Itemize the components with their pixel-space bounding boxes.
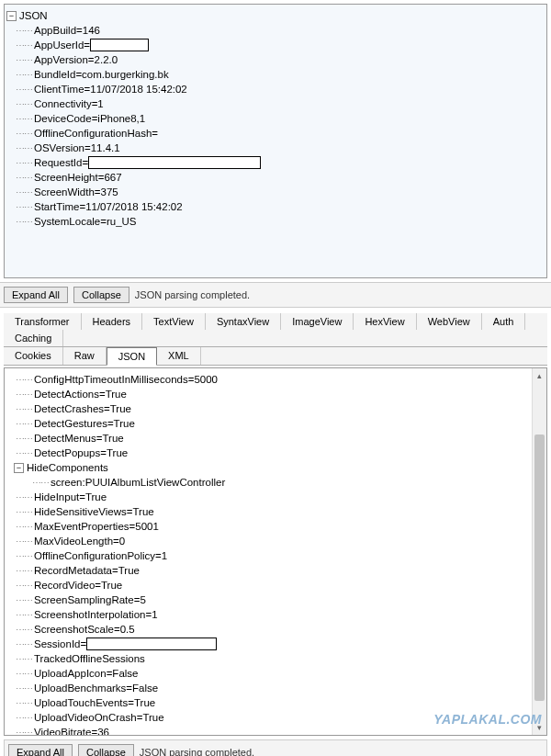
tab-auth[interactable]: Auth xyxy=(482,313,526,330)
tree-kv: DeviceCode=iPhone8,1 xyxy=(34,113,145,124)
tree-connector: ⋯⋯ xyxy=(16,625,32,635)
tree-kv: ClientTime=11/07/2018 15:42:02 xyxy=(34,84,187,95)
tree-row[interactable]: ⋯⋯HideSensitiveViews=True xyxy=(6,504,545,519)
tree-connector: ⋯⋯ xyxy=(16,114,32,124)
tree-kv: UploadBenchmarks=False xyxy=(34,683,158,694)
tree-kv: MaxEventProperties=5001 xyxy=(34,521,159,532)
tree-connector: ⋯⋯ xyxy=(16,595,32,605)
tree-row[interactable]: ⋯⋯OfflineConfigurationHash= xyxy=(6,126,545,141)
tree-row[interactable]: ⋯⋯RecordMetadata=True xyxy=(6,563,545,578)
top-toolbar: Expand All Collapse JSON parsing complet… xyxy=(0,282,551,308)
tree-row[interactable]: ⋯⋯ScreenHeight=667 xyxy=(6,170,545,185)
tree-row[interactable]: ⋯⋯DeviceCode=iPhone8,1 xyxy=(6,111,545,126)
tab-textview[interactable]: TextView xyxy=(142,313,206,330)
tab-cookies[interactable]: Cookies xyxy=(4,347,63,365)
view-tabs-row2: CookiesRawJSONXML xyxy=(4,347,547,366)
tab-syntaxview[interactable]: SyntaxView xyxy=(206,313,281,330)
tree-row[interactable]: ⋯⋯Connectivity=1 xyxy=(6,96,545,111)
tree-row[interactable]: ⋯⋯UploadAppIcon=False xyxy=(6,666,545,681)
tree-row[interactable]: −HideComponents xyxy=(6,460,545,475)
tree-connector: ⋯⋯ xyxy=(16,217,32,227)
tree-kv: SystemLocale=ru_US xyxy=(34,216,137,227)
tree-connector: ⋯⋯ xyxy=(16,581,32,591)
tree-connector: ⋯⋯ xyxy=(16,158,32,168)
collapse-button-bottom[interactable]: Collapse xyxy=(78,744,134,756)
tree-row[interactable]: ⋯⋯TrackedOfflineSessions xyxy=(6,651,545,666)
tab-json[interactable]: JSON xyxy=(107,347,157,366)
tree-row[interactable]: ⋯⋯MaxVideoLength=0 xyxy=(6,534,545,548)
tab-raw[interactable]: Raw xyxy=(63,347,107,365)
tree-row[interactable]: ⋯⋯OSVersion=11.4.1 xyxy=(6,141,545,155)
tree-connector: ⋯⋯ xyxy=(16,669,32,679)
tree-connector: ⋯⋯ xyxy=(16,654,32,664)
parse-status-bottom: JSON parsing completed. xyxy=(140,747,254,756)
tree-key: SessionId= xyxy=(34,638,86,649)
tree-kv: OfflineConfigurationPolicy=1 xyxy=(34,550,167,561)
tree-row[interactable]: ⋯⋯SessionId= xyxy=(6,637,545,651)
tree-row[interactable]: ⋯⋯ScreenshotScale=0.5 xyxy=(6,622,545,637)
scroll-up-button[interactable]: ▴ xyxy=(533,368,546,383)
tree-row[interactable]: ⋯⋯StartTime=11/07/2018 15:42:02 xyxy=(6,199,545,214)
tree-kv: UploadAppIcon=False xyxy=(34,668,138,679)
tree-connector: ⋯⋯ xyxy=(16,85,32,95)
tree-row[interactable]: ⋯⋯DetectGestures=True xyxy=(6,416,545,431)
tree-row[interactable]: ⋯⋯UploadTouchEvents=True xyxy=(6,695,545,710)
tab-hexview[interactable]: HexView xyxy=(354,313,416,330)
tree-row[interactable]: ⋯⋯ScreenshotInterpolation=1 xyxy=(6,607,545,622)
tree-root-label: JSON xyxy=(19,10,48,21)
tree-connector: ⋯⋯ xyxy=(16,639,32,649)
tree-expander[interactable]: − xyxy=(6,11,17,21)
tree-kv: OSVersion=11.4.1 xyxy=(34,142,120,153)
tree-row[interactable]: ⋯⋯UploadBenchmarks=False xyxy=(6,681,545,695)
tab-headers[interactable]: Headers xyxy=(82,313,143,330)
tree-row[interactable]: ⋯⋯AppUserId= xyxy=(6,38,545,52)
tree-connector: ⋯⋯ xyxy=(16,610,32,620)
tab-webview[interactable]: WebView xyxy=(417,313,482,330)
tree-key: TrackedOfflineSessions xyxy=(34,653,145,664)
scroll-thumb[interactable] xyxy=(534,434,545,701)
tree-row[interactable]: ⋯⋯RecordVideo=True xyxy=(6,578,545,592)
tree-connector: ⋯⋯ xyxy=(16,713,32,723)
tree-row[interactable]: ⋯⋯AppBuild=146 xyxy=(6,23,545,38)
tree-connector: ⋯⋯ xyxy=(16,55,32,65)
tree-key: AppUserId= xyxy=(34,39,90,51)
tree-row[interactable]: ⋯⋯DetectPopups=True xyxy=(6,446,545,460)
tree-kv: OfflineConfigurationHash= xyxy=(34,128,158,139)
tree-kv: BundleId=com.burgerking.bk xyxy=(34,69,169,80)
tree-row[interactable]: ⋯⋯SystemLocale=ru_US xyxy=(6,214,545,229)
tree-connector: ⋯⋯ xyxy=(16,698,32,708)
tree-row[interactable]: ⋯⋯HideInput=True xyxy=(6,490,545,504)
tree-row[interactable]: ⋯⋯DetectCrashes=True xyxy=(6,401,545,416)
tree-connector: ⋯⋯ xyxy=(16,507,32,517)
vertical-scrollbar[interactable]: ▴ ▾ xyxy=(532,368,546,735)
tree-row[interactable]: ⋯⋯ScreenSamplingRate=5 xyxy=(6,592,545,607)
expand-all-button-bottom[interactable]: Expand All xyxy=(8,744,73,756)
tree-row[interactable]: ⋯⋯MaxEventProperties=5001 xyxy=(6,519,545,534)
tree-child-label: screen:PUUIAlbumListViewController xyxy=(51,477,225,488)
tree-key: RequestId= xyxy=(34,157,88,168)
tree-row[interactable]: ⋯⋯BundleId=com.burgerking.bk xyxy=(6,67,545,82)
tree-row[interactable]: ⋯⋯DetectMenus=True xyxy=(6,431,545,446)
tree-row[interactable]: ⋯⋯AppVersion=2.2.0 xyxy=(6,52,545,67)
collapse-button[interactable]: Collapse xyxy=(73,287,129,303)
redacted-value xyxy=(86,638,217,650)
tree-row[interactable]: ⋯⋯RequestId= xyxy=(6,155,545,170)
tree-kv: RecordVideo=True xyxy=(34,580,122,591)
tab-xml[interactable]: XML xyxy=(157,347,201,365)
tree-row[interactable]: ⋯⋯ConfigHttpTimeoutInMilliseconds=5000 xyxy=(6,372,545,387)
tab-transformer[interactable]: Transformer xyxy=(4,313,82,330)
tree-row[interactable]: ⋯⋯ClientTime=11/07/2018 15:42:02 xyxy=(6,82,545,96)
tree-expander[interactable]: − xyxy=(14,463,24,473)
tree-row[interactable]: ⋯⋯ScreenWidth=375 xyxy=(6,185,545,199)
tree-connector: ⋯⋯ xyxy=(16,492,32,502)
tab-caching[interactable]: Caching xyxy=(4,330,63,346)
tree-connector: ⋯⋯ xyxy=(16,143,32,153)
expand-all-button[interactable]: Expand All xyxy=(4,287,68,303)
tree-kv: StartTime=11/07/2018 15:42:02 xyxy=(34,201,183,212)
top-json-tree-panel: −JSON⋯⋯AppBuild=146⋯⋯AppUserId=⋯⋯AppVers… xyxy=(4,4,547,278)
tree-row[interactable]: ⋯⋯OfflineConfigurationPolicy=1 xyxy=(6,548,545,563)
tree-row[interactable]: ⋯⋯DetectActions=True xyxy=(6,387,545,401)
tree-row[interactable]: ⋯⋯screen:PUUIAlbumListViewController xyxy=(6,475,545,490)
tab-imageview[interactable]: ImageView xyxy=(281,313,354,330)
tree-kv: AppVersion=2.2.0 xyxy=(34,54,118,65)
